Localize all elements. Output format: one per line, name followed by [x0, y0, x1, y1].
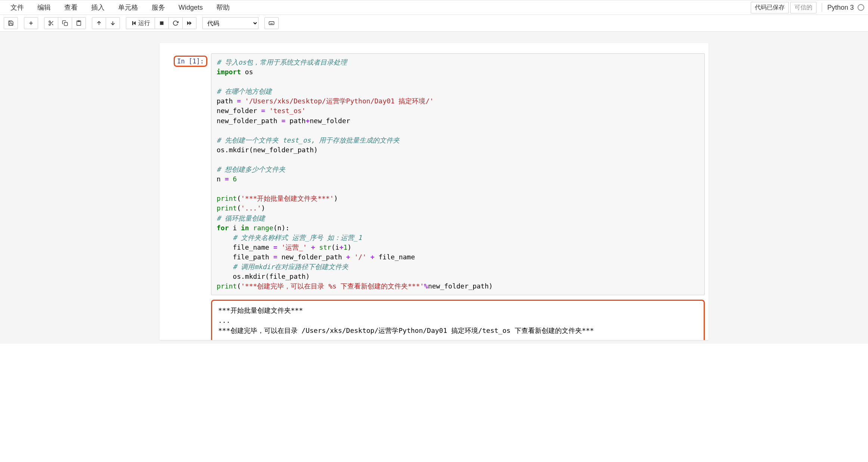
restart-icon: [173, 20, 179, 26]
save-button[interactable]: [4, 17, 18, 29]
copy-button[interactable]: [58, 17, 72, 29]
clipboard-group: [44, 17, 86, 29]
svg-marker-11: [133, 21, 136, 25]
svg-rect-12: [160, 21, 163, 25]
restart-button[interactable]: [168, 17, 183, 29]
svg-line-5: [52, 24, 53, 25]
run-label: 运行: [138, 19, 150, 27]
move-up-button[interactable]: [92, 17, 106, 29]
run-group: 运行: [126, 17, 196, 29]
menu-widgets[interactable]: Widgets: [172, 1, 210, 15]
output-cell: ***开始批量创建文件夹*** ... ***创建完毕，可以在目录 /Users…: [159, 298, 709, 340]
arrow-down-icon: [110, 20, 116, 26]
restart-run-all-button[interactable]: [182, 17, 196, 29]
output-text: ***开始批量创建文件夹*** ... ***创建完毕，可以在目录 /Users…: [211, 300, 705, 340]
cut-button[interactable]: [44, 17, 58, 29]
plus-icon: [28, 20, 34, 26]
input-prompt: In [1]:: [163, 53, 211, 295]
kernel-name[interactable]: Python 3: [827, 4, 864, 12]
svg-rect-7: [64, 22, 68, 26]
svg-line-6: [50, 22, 51, 23]
autosave-status: 代码已保存: [751, 2, 789, 13]
menu-insert[interactable]: 插入: [84, 0, 111, 15]
menubar: 文件 编辑 查看 插入 单元格 服务 Widgets 帮助 代码已保存 可信的 …: [0, 0, 868, 15]
run-button[interactable]: 运行: [126, 17, 155, 29]
svg-point-3: [49, 24, 50, 25]
kernel-indicator-icon: [858, 4, 864, 11]
arrow-up-icon: [96, 20, 102, 26]
divider: [822, 3, 822, 12]
prompt-highlight: In [1]:: [174, 56, 207, 67]
svg-marker-10: [132, 21, 133, 25]
move-down-button[interactable]: [106, 17, 120, 29]
save-icon: [8, 20, 14, 26]
move-group: [92, 17, 120, 29]
code-input[interactable]: # 导入os包，常用于系统文件或者目录处理 import os # 在哪个地方创…: [211, 53, 705, 295]
code-cell[interactable]: In [1]: # 导入os包，常用于系统文件或者目录处理 import os …: [159, 50, 709, 298]
notebook-container: In [1]: # 导入os包，常用于系统文件或者目录处理 import os …: [0, 32, 868, 344]
svg-point-2: [49, 21, 50, 22]
add-cell-button[interactable]: [24, 17, 38, 29]
svg-marker-13: [187, 21, 189, 25]
menu-view[interactable]: 查看: [58, 0, 84, 15]
trusted-status[interactable]: 可信的: [790, 2, 816, 13]
run-icon: [131, 20, 137, 26]
menu-kernel[interactable]: 服务: [145, 0, 172, 15]
menu-cell[interactable]: 单元格: [111, 0, 145, 15]
cell-type-select[interactable]: 代码: [202, 17, 258, 29]
menu-file[interactable]: 文件: [4, 0, 31, 15]
svg-rect-15: [269, 22, 274, 25]
stop-icon: [159, 20, 165, 26]
keyboard-icon: [269, 20, 275, 26]
paste-icon: [76, 20, 82, 26]
menu-edit[interactable]: 编辑: [31, 0, 58, 15]
command-palette-button[interactable]: [264, 17, 279, 29]
copy-icon: [62, 20, 68, 26]
stop-button[interactable]: [155, 17, 169, 29]
menu-help[interactable]: 帮助: [210, 0, 236, 15]
paste-button[interactable]: [72, 17, 86, 29]
svg-marker-14: [189, 21, 192, 25]
kernel-label: Python 3: [827, 4, 854, 12]
fast-forward-icon: [186, 20, 192, 26]
notebook: In [1]: # 导入os包，常用于系统文件或者目录处理 import os …: [159, 43, 709, 340]
toolbar: 运行 代码: [0, 15, 868, 32]
cut-icon: [48, 20, 54, 26]
